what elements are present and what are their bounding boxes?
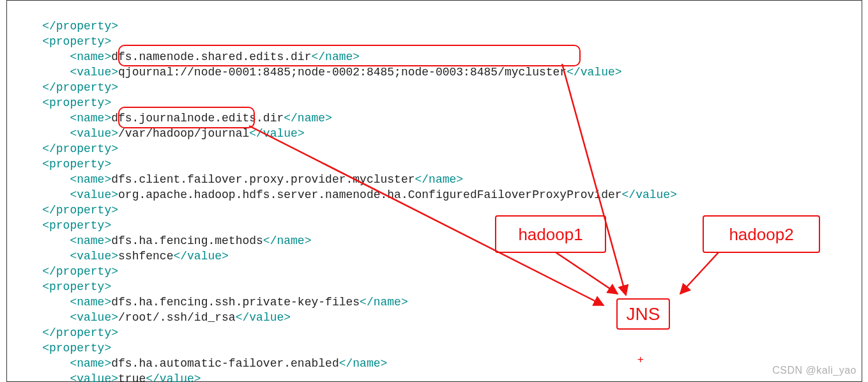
prop1-value: /var/hadoop/journal <box>118 127 249 140</box>
watermark: CSDN @kali_yao <box>772 363 857 378</box>
highlight-journal-dir <box>118 107 255 128</box>
annot-jns-text: JNS <box>627 307 660 322</box>
prop0-value: qjournal://node-0001:8485;node-0002:8485… <box>118 66 567 79</box>
tag-value-open: <value> <box>70 66 118 79</box>
tag-property-open: <property> <box>42 280 111 293</box>
tag-value-open: <value> <box>70 127 118 140</box>
prop2-value: org.apache.hadoop.hdfs.server.namenode.h… <box>118 188 622 201</box>
annot-hadoop1: hadoop1 <box>495 215 606 253</box>
tag-name-open: <name> <box>70 357 111 370</box>
tag-value-open: <value> <box>70 250 118 263</box>
annot-hadoop2-text: hadoop2 <box>729 227 793 242</box>
prop4-name: dfs.ha.fencing.ssh.private-key-files <box>111 296 360 309</box>
tag-name-close: </name> <box>263 234 312 247</box>
tag-name-open: <name> <box>70 173 111 186</box>
tag-name-open: <name> <box>70 50 111 63</box>
tag-property-close: </property> <box>42 326 118 339</box>
highlight-qjournal <box>118 45 581 66</box>
prop5-value: true <box>118 372 146 382</box>
annot-hadoop2: hadoop2 <box>703 215 820 253</box>
prop3-name: dfs.ha.fencing.methods <box>111 234 263 247</box>
tag-value-close: </value> <box>146 372 201 382</box>
tag-name-close: </name> <box>339 357 388 370</box>
tag-value-open: <value> <box>70 372 118 382</box>
tag-name-close: </name> <box>284 112 332 125</box>
tag-property-open: <property> <box>42 342 111 355</box>
tag-value-close: </value> <box>567 66 621 79</box>
tag-property-open: <property> <box>42 35 111 48</box>
tag-property-close: </property> <box>42 142 118 155</box>
tag-value-close: </value> <box>249 127 304 140</box>
tag-value-close: </value> <box>173 250 228 263</box>
annot-hadoop1-text: hadoop1 <box>518 227 582 242</box>
tag-property-open: <property> <box>42 219 111 232</box>
tag-name-close: </name> <box>360 296 408 309</box>
tag-name-close: </name> <box>415 173 464 186</box>
prop2-name: dfs.client.failover.proxy.provider.myclu… <box>111 173 415 186</box>
tag-property-close: </property> <box>42 81 118 94</box>
tag-value-open: <value> <box>70 188 118 201</box>
tag-name-open: <name> <box>70 296 111 309</box>
prop4-value: /root/.ssh/id_rsa <box>118 311 236 324</box>
tag-name-open: <name> <box>70 234 111 247</box>
tag-value-close: </value> <box>236 311 291 324</box>
annot-jns: JNS <box>616 298 670 330</box>
tag-name-open: <name> <box>70 112 111 125</box>
tag-property-open: <property> <box>42 158 111 171</box>
prop3-value: sshfence <box>118 250 173 263</box>
tag-property-close: </property> <box>42 204 118 217</box>
prop5-name: dfs.ha.automatic-failover.enabled <box>111 357 339 370</box>
tag-value-open: <value> <box>70 311 118 324</box>
tag-property-close: </property> <box>42 20 118 33</box>
tag-property-open: <property> <box>42 96 111 109</box>
tag-property-close: </property> <box>42 265 118 278</box>
tag-value-close: </value> <box>622 188 677 201</box>
